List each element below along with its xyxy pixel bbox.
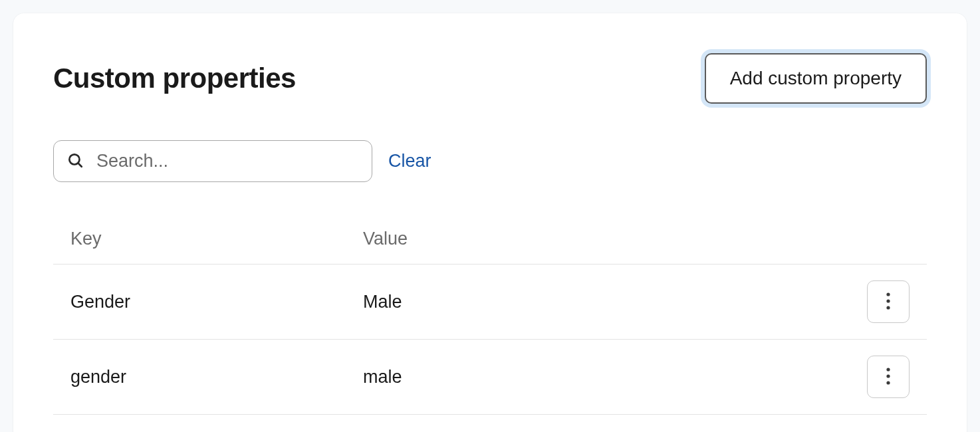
svg-point-6 xyxy=(886,374,890,378)
cell-value: Male xyxy=(363,292,856,312)
svg-point-7 xyxy=(886,381,890,384)
properties-table: Key Value Gender Male xyxy=(53,215,927,415)
cell-value: male xyxy=(363,367,856,387)
custom-properties-card: Custom properties Add custom property Cl… xyxy=(13,13,967,432)
add-custom-property-button[interactable]: Add custom property xyxy=(705,53,927,104)
filter-row: Clear xyxy=(53,140,927,182)
table-header-row: Key Value xyxy=(53,215,927,265)
table-row: Gender Male xyxy=(53,265,927,340)
column-header-value: Value xyxy=(363,229,856,249)
kebab-icon xyxy=(886,292,890,312)
svg-point-4 xyxy=(886,306,890,309)
header-row: Custom properties Add custom property xyxy=(53,53,927,104)
clear-button[interactable]: Clear xyxy=(388,151,431,171)
cell-key: gender xyxy=(70,367,363,387)
svg-point-5 xyxy=(886,368,890,371)
row-actions-button[interactable] xyxy=(867,280,910,323)
svg-point-3 xyxy=(886,299,890,302)
svg-point-2 xyxy=(886,292,890,296)
table-row: gender male xyxy=(53,340,927,415)
kebab-icon xyxy=(886,368,890,387)
search-wrap xyxy=(53,140,372,182)
cell-key: Gender xyxy=(70,292,363,312)
search-input[interactable] xyxy=(53,140,372,182)
page-title: Custom properties xyxy=(53,62,296,94)
row-actions-button[interactable] xyxy=(867,356,910,398)
column-header-key: Key xyxy=(70,229,363,249)
